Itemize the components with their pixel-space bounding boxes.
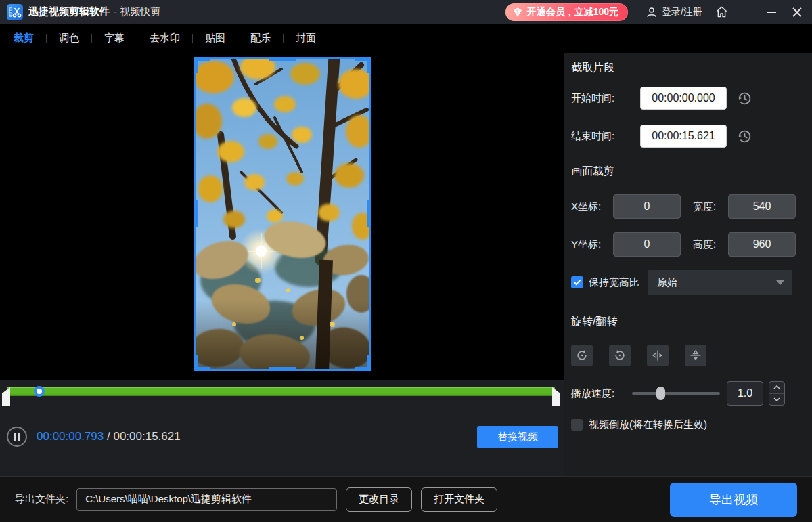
tab-watermark[interactable]: 去水印: [137, 32, 192, 45]
time-separator: /: [104, 430, 113, 443]
preview-column: 00:00:00.793 / 00:00:15.621 替换视频: [0, 53, 564, 476]
check-icon: [573, 278, 581, 286]
app-window: 迅捷视频剪辑软件 - 视频快剪 开通会员，立减100元 登录/注册: [0, 0, 812, 522]
video-preview-area: [0, 53, 564, 380]
export-folder-label: 导出文件夹:: [15, 493, 68, 506]
settings-panel: 截取片段 开始时间: 结束时间:: [564, 53, 812, 476]
total-time: 00:00:15.621: [113, 430, 180, 443]
speed-increase-button[interactable]: [769, 382, 784, 393]
clip-section-title: 截取片段: [571, 61, 800, 74]
speed-value[interactable]: 1.0: [727, 381, 763, 406]
start-time-label: 开始时间:: [571, 92, 625, 105]
rotate-clockwise-button[interactable]: [571, 345, 593, 366]
timeline[interactable]: [0, 380, 564, 413]
height-label: 高度:: [693, 238, 728, 251]
flip-vertical-button[interactable]: [685, 345, 706, 366]
close-button[interactable]: [790, 5, 804, 19]
app-subtitle: - 视频快剪: [114, 5, 160, 18]
flip-vertical-icon: [689, 349, 702, 362]
login-register[interactable]: 登录/注册: [646, 6, 702, 18]
tool-tabbar: 裁剪 调色 字幕 去水印 贴图 配乐 封面: [0, 24, 812, 53]
export-video-button[interactable]: 导出视频: [670, 483, 797, 517]
speed-slider-track[interactable]: [632, 392, 720, 395]
end-time-label: 结束时间:: [571, 130, 625, 143]
rotate-counterclockwise-button[interactable]: [609, 345, 631, 366]
crop-handle-top-left[interactable]: [194, 57, 210, 73]
menu-icon[interactable]: [740, 5, 752, 19]
crop-handle-bottom-right[interactable]: [355, 355, 371, 371]
change-directory-button[interactable]: 更改目录: [346, 487, 412, 512]
replace-video-button[interactable]: 替换视频: [477, 426, 558, 448]
crop-selection-box[interactable]: [194, 57, 371, 371]
rotate-ccw-icon: [613, 349, 627, 362]
speed-spinner: [769, 381, 785, 406]
reverse-video-label: 视频倒放(将在转换后生效): [589, 418, 707, 431]
crop-section-title: 画面裁剪: [571, 165, 800, 178]
export-path-input[interactable]: [76, 488, 337, 511]
rotate-cw-icon: [575, 349, 589, 362]
crop-handle-top-right[interactable]: [355, 57, 371, 73]
x-coord-input[interactable]: [613, 194, 681, 219]
current-time: 00:00:00.793: [37, 430, 104, 443]
pause-button[interactable]: [7, 427, 27, 447]
transport-controls: 00:00:00.793 / 00:00:15.621 替换视频: [0, 413, 564, 460]
speed-decrease-button[interactable]: [769, 393, 784, 406]
y-coord-input[interactable]: [613, 232, 681, 257]
video-preview-frame[interactable]: [194, 57, 371, 371]
speed-slider[interactable]: [632, 387, 720, 400]
trim-handle-start[interactable]: [2, 387, 10, 406]
aspect-ratio-value: 原始: [657, 276, 776, 289]
reverse-video-checkbox[interactable]: [571, 419, 583, 431]
end-time-input[interactable]: [640, 125, 727, 148]
rotate-section-title: 旋转/翻转: [571, 315, 800, 328]
vip-upgrade-button[interactable]: 开通会员，立减100元: [505, 3, 628, 21]
height-input[interactable]: [728, 232, 796, 257]
crop-handle-right[interactable]: [367, 200, 371, 227]
time-display: 00:00:00.793 / 00:00:15.621: [37, 430, 181, 443]
tab-color[interactable]: 调色: [47, 32, 91, 45]
crop-handle-bottom[interactable]: [269, 367, 296, 371]
tab-cover[interactable]: 封面: [284, 32, 328, 45]
tab-music[interactable]: 配乐: [238, 32, 283, 45]
crop-handle-bottom-left[interactable]: [194, 355, 210, 371]
width-label: 宽度:: [693, 200, 728, 213]
tab-crop[interactable]: 裁剪: [1, 32, 46, 45]
aspect-ratio-dropdown[interactable]: 原始: [648, 270, 792, 295]
crop-handle-top[interactable]: [269, 57, 296, 61]
flip-horizontal-icon: [651, 349, 664, 362]
titlebar: 迅捷视频剪辑软件 - 视频快剪 开通会员，立减100元 登录/注册: [0, 0, 812, 24]
x-coord-label: X坐标:: [571, 200, 613, 213]
crop-handle-left[interactable]: [194, 200, 198, 227]
width-input[interactable]: [728, 194, 796, 219]
gem-icon: [512, 7, 523, 18]
tab-subtitle[interactable]: 字幕: [92, 32, 137, 45]
start-time-history-icon[interactable]: [736, 90, 753, 107]
playhead[interactable]: [34, 386, 45, 397]
app-title: 迅捷视频剪辑软件: [28, 5, 110, 18]
user-icon: [646, 6, 658, 18]
export-bar: 导出文件夹: 更改目录 打开文件夹 导出视频: [0, 476, 812, 522]
login-label: 登录/注册: [662, 6, 702, 18]
y-coord-label: Y坐标:: [571, 238, 613, 251]
open-folder-button[interactable]: 打开文件夹: [421, 487, 497, 512]
keep-ratio-label: 保持宽高比: [589, 276, 639, 289]
tab-sticker[interactable]: 贴图: [193, 32, 238, 45]
minimize-button[interactable]: [765, 5, 778, 19]
start-time-input[interactable]: [640, 87, 727, 110]
home-icon[interactable]: [715, 5, 728, 19]
end-time-history-icon[interactable]: [736, 128, 753, 145]
vip-label: 开通会员，立减100元: [527, 6, 618, 18]
keep-ratio-checkbox[interactable]: [571, 276, 583, 288]
speed-label: 播放速度:: [571, 387, 628, 400]
chevron-down-icon: [776, 280, 784, 285]
timeline-track[interactable]: [7, 387, 555, 396]
app-logo-icon: [7, 4, 23, 20]
flip-horizontal-button[interactable]: [647, 345, 669, 366]
speed-slider-handle[interactable]: [656, 387, 665, 400]
trim-handle-end[interactable]: [552, 387, 560, 406]
